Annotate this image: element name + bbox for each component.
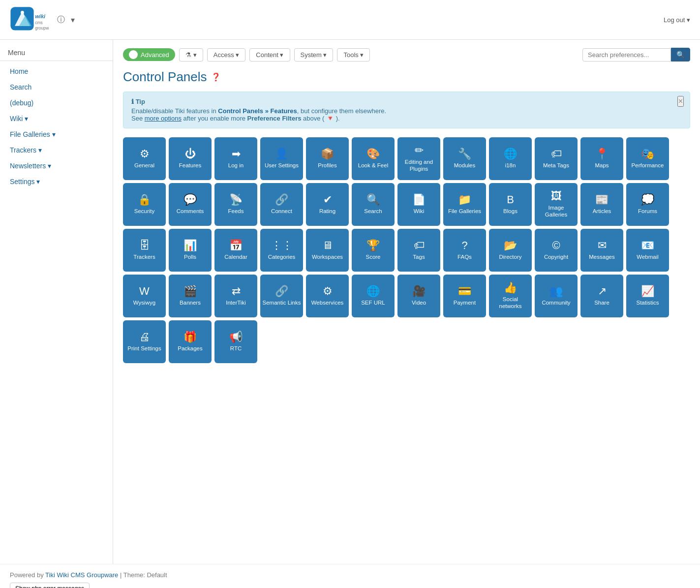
- panel-item-calendar[interactable]: 📅 Calendar: [214, 229, 257, 272]
- panel-item-polls[interactable]: 📊 Polls: [169, 229, 212, 272]
- sidebar-item-wiki[interactable]: Wiki ▾: [0, 111, 113, 126]
- sidebar-item-file-galleries[interactable]: File Galleries ▾: [0, 126, 113, 142]
- panel-item-image-galleries[interactable]: 🖼 Image Galleries: [535, 183, 578, 226]
- panel-item-workspaces[interactable]: 🖥 Workspaces: [306, 229, 349, 272]
- panel-item-look-&-feel[interactable]: 🎨 Look & Feel: [352, 137, 395, 180]
- panel-item-intertiki[interactable]: ⇄ InterTiki: [214, 275, 257, 317]
- panel-icon: 👍: [504, 282, 517, 293]
- panel-label: Directory: [499, 254, 521, 261]
- panel-label: Meta Tags: [543, 162, 569, 169]
- panel-item-faqs[interactable]: ? FAQs: [443, 229, 486, 272]
- chevron-down-icon[interactable]: ▾: [71, 15, 75, 25]
- search-input[interactable]: [582, 48, 671, 62]
- panel-item-file-galleries[interactable]: 📁 File Galleries: [443, 183, 486, 226]
- content-button[interactable]: Content ▾: [249, 48, 290, 62]
- panel-item-share[interactable]: ↗ Share: [580, 275, 623, 317]
- logout-button[interactable]: Log out ▾: [664, 16, 690, 24]
- panel-item-i18n[interactable]: 🌐 i18n: [489, 137, 532, 180]
- panel-item-semantic-links[interactable]: 🔗 Semantic Links: [260, 275, 303, 317]
- panel-item-banners[interactable]: 🎬 Banners: [169, 275, 212, 317]
- sidebar-item-trackers[interactable]: Trackers ▾: [0, 142, 113, 158]
- panel-item-user-settings[interactable]: 👤 User Settings: [260, 137, 303, 180]
- panel-item-webservices[interactable]: ⚙ Webservices: [306, 275, 349, 317]
- panel-item-security[interactable]: 🔒 Security: [123, 183, 166, 226]
- panel-item-community[interactable]: 👥 Community: [535, 275, 578, 317]
- filter-arrow: ▾: [193, 51, 197, 59]
- panel-item-editing-and-plugins[interactable]: ✏ Editing and Plugins: [397, 137, 440, 180]
- footer-tiki-link[interactable]: Tiki Wiki CMS Groupware: [45, 571, 118, 579]
- panel-item-search[interactable]: 🔍 Search: [352, 183, 395, 226]
- panel-item-feeds[interactable]: 📡 Feeds: [214, 183, 257, 226]
- panel-label: Workspaces: [312, 254, 343, 261]
- access-button[interactable]: Access ▾: [207, 48, 246, 62]
- panel-item-connect[interactable]: 🔗 Connect: [260, 183, 303, 226]
- panel-item-print-settings[interactable]: 🖨 Print Settings: [123, 320, 166, 363]
- tip-more-options[interactable]: more options: [145, 115, 182, 122]
- panel-item-wiki[interactable]: 📄 Wiki: [397, 183, 440, 226]
- panel-item-features[interactable]: ⏻ Features: [169, 137, 212, 180]
- panel-item-categories[interactable]: ⋮⋮ Categories: [260, 229, 303, 272]
- panel-item-statistics[interactable]: 📈 Statistics: [626, 275, 669, 317]
- panel-icon: W: [139, 286, 150, 297]
- system-button[interactable]: System ▾: [294, 48, 334, 62]
- panel-icon: ✉: [598, 240, 607, 251]
- panel-icon: ↗: [598, 286, 607, 297]
- panel-item-sef-url[interactable]: 🌐 SEF URL: [352, 275, 395, 317]
- tip-title-text: Tip: [136, 98, 145, 105]
- tools-button[interactable]: Tools ▾: [337, 48, 370, 62]
- panel-label: File Galleries: [448, 208, 481, 215]
- panel-icon: 🖼: [551, 191, 562, 202]
- sidebar-item-settings[interactable]: Settings ▾: [0, 174, 113, 189]
- panel-label: Statistics: [636, 300, 659, 307]
- panel-item-modules[interactable]: 🔧 Modules: [443, 137, 486, 180]
- panel-item-messages[interactable]: ✉ Messages: [580, 229, 623, 272]
- panel-item-meta-tags[interactable]: 🏷 Meta Tags: [535, 137, 578, 180]
- help-icon[interactable]: ❓: [211, 72, 221, 82]
- sidebar-item-newsletters[interactable]: Newsletters ▾: [0, 158, 113, 174]
- panel-label: Comments: [177, 208, 204, 215]
- panel-item-packages[interactable]: 🎁 Packages: [169, 320, 212, 363]
- panel-label: SEF URL: [361, 300, 385, 307]
- sidebar-item-home[interactable]: Home: [0, 63, 113, 79]
- panel-item-comments[interactable]: 💬 Comments: [169, 183, 212, 226]
- advanced-toggle[interactable]: Advanced: [123, 48, 175, 61]
- panel-item-wysiwyg[interactable]: W Wysiwyg: [123, 275, 166, 317]
- panel-item-trackers[interactable]: 🗄 Trackers: [123, 229, 166, 272]
- tip-link1[interactable]: Control Panels » Features: [218, 107, 297, 115]
- panel-item-copyright[interactable]: © Copyright: [535, 229, 578, 272]
- panel-item-forums[interactable]: 💭 Forums: [626, 183, 669, 226]
- panel-item-articles[interactable]: 📰 Articles: [580, 183, 623, 226]
- panel-label: User Settings: [265, 162, 299, 169]
- panel-item-maps[interactable]: 📍 Maps: [580, 137, 623, 180]
- panel-item-video[interactable]: 🎥 Video: [397, 275, 440, 317]
- filter-icon: ⚗: [185, 51, 191, 59]
- show-php-errors-button[interactable]: Show php error messages: [10, 583, 90, 588]
- panel-item-performance[interactable]: 🎭 Performance: [626, 137, 669, 180]
- info-icon[interactable]: ⓘ: [57, 15, 65, 25]
- panel-item-blogs[interactable]: B Blogs: [489, 183, 532, 226]
- panel-item-rating[interactable]: ✔ Rating: [306, 183, 349, 226]
- panel-item-rtc[interactable]: 📢 RTC: [214, 320, 257, 363]
- panel-item-payment[interactable]: 💳 Payment: [443, 275, 486, 317]
- tip-close-button[interactable]: ×: [677, 96, 684, 107]
- panel-label: Packages: [178, 345, 203, 352]
- panel-item-score[interactable]: 🏆 Score: [352, 229, 395, 272]
- panel-icon: 🔧: [458, 149, 471, 159]
- panel-item-directory[interactable]: 📂 Directory: [489, 229, 532, 272]
- panel-icon: 🏷: [551, 149, 562, 159]
- panel-icon: ✏: [415, 145, 424, 156]
- sidebar-item-search[interactable]: Search: [0, 79, 113, 95]
- panel-item-log-in[interactable]: ➡ Log in: [214, 137, 257, 180]
- sidebar-title: Menu: [0, 45, 113, 61]
- search-button[interactable]: 🔍: [671, 48, 690, 62]
- filter-button[interactable]: ⚗ ▾: [179, 48, 203, 62]
- panel-item-social-networks[interactable]: 👍 Social networks: [489, 275, 532, 317]
- panel-item-webmail[interactable]: 📧 Webmail: [626, 229, 669, 272]
- panel-item-profiles[interactable]: 📦 Profiles: [306, 137, 349, 180]
- panel-label: Calendar: [224, 254, 247, 261]
- panel-label: Wysiwyg: [133, 300, 155, 307]
- panel-icon: ©: [552, 240, 560, 251]
- panel-item-tags[interactable]: 🏷 Tags: [397, 229, 440, 272]
- panel-item-general[interactable]: ⚙ General: [123, 137, 166, 180]
- sidebar-item-debug[interactable]: (debug): [0, 95, 113, 111]
